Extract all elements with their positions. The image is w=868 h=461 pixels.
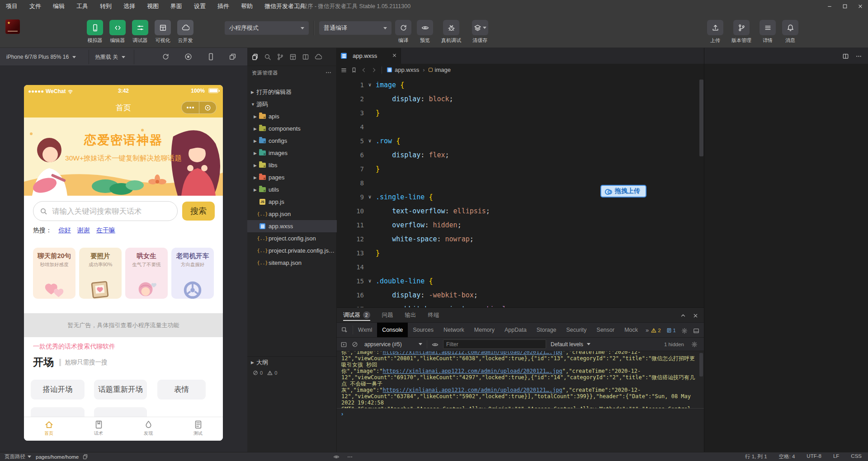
exit-target-icon[interactable]	[199, 102, 217, 113]
multi-window-icon[interactable]	[229, 53, 236, 61]
more-actions-icon[interactable]	[855, 52, 862, 59]
device-frame-icon[interactable]	[207, 53, 215, 61]
toolbar-button-可视化[interactable]: 可视化	[155, 20, 171, 44]
status-item-0[interactable]: 行 1, 列 1	[745, 453, 767, 460]
fold-chevron-icon[interactable]: ∨	[364, 82, 376, 88]
close-icon[interactable]	[693, 311, 698, 318]
tree-item-project.private.config.js…[interactable]: {..}project.private.config.js…	[247, 245, 337, 257]
menu-item-5[interactable]: 选择	[118, 0, 141, 13]
menu-item-2[interactable]: 编辑	[47, 0, 71, 13]
bookmark-icon[interactable]	[351, 66, 357, 74]
copyfiles-icon[interactable]	[251, 53, 259, 61]
status-item-4[interactable]: CSS	[851, 453, 862, 460]
devtools-tab-Console[interactable]: Console	[377, 323, 408, 337]
outline-section[interactable]: ▶ 大纲	[247, 356, 337, 368]
devtools-tab-Sources[interactable]: Sources	[408, 323, 439, 337]
tree-item-libs[interactable]: ▶libs	[247, 159, 337, 171]
fold-chevron-icon[interactable]: ∨	[364, 278, 376, 284]
more-icon[interactable]	[325, 69, 332, 76]
toolbar-button-调试器[interactable]: 调试器	[132, 20, 148, 44]
search-input[interactable]	[52, 207, 171, 216]
context-select[interactable]: appservice (#5)	[364, 341, 422, 348]
more-icon[interactable]	[182, 102, 199, 113]
eval-context-icon[interactable]	[340, 340, 347, 348]
tree-item-app.js[interactable]: JSapp.js	[247, 196, 337, 208]
chip-0[interactable]: 搭讪开场	[31, 380, 85, 400]
category-card-2[interactable]: 哄女生生气了不要慌	[125, 248, 168, 299]
breadcrumb-file[interactable]: app.wxss	[387, 66, 419, 73]
console-scrollbar[interactable]	[699, 353, 703, 376]
compile-select[interactable]: 普通编译	[319, 21, 392, 35]
log-levels-select[interactable]: Default levels	[551, 341, 590, 348]
breadcrumb-symbol[interactable]: image	[429, 66, 451, 73]
tree-item-pages[interactable]: ▶pages	[247, 171, 337, 183]
panel-tab-调试器[interactable]: 调试器2	[343, 308, 370, 322]
menu-item-10[interactable]: 帮助	[235, 0, 259, 13]
cloud-icon[interactable]	[315, 53, 322, 61]
preview-eye-icon[interactable]	[333, 454, 340, 460]
hot-search-link-1[interactable]: 谢谢	[77, 226, 90, 235]
chip-1[interactable]: 话题重新开场	[94, 380, 147, 400]
toolbar-button-详情[interactable]: 详情	[759, 20, 777, 44]
category-card-3[interactable]: 老司机开车方向盘握好	[171, 248, 214, 299]
toolbar-button-版本管理[interactable]: 版本管理	[729, 20, 754, 44]
devtools-tab-Memory[interactable]: Memory	[469, 323, 500, 337]
devtools-tab-Mock[interactable]: Mock	[619, 323, 643, 337]
toolbar-button-云开发[interactable]: 云开发	[177, 20, 193, 44]
phone-tab-话术[interactable]: 话术	[74, 417, 123, 441]
tree-item-project.config.json[interactable]: {..}project.config.json	[247, 232, 337, 245]
menu-item-8[interactable]: 设置	[188, 0, 212, 13]
restart-icon[interactable]	[162, 53, 170, 61]
panel-tab-输出[interactable]: 输出	[405, 308, 416, 322]
collapse-icon[interactable]	[680, 311, 686, 319]
drag-upload-button[interactable]: 拖拽上传	[600, 185, 646, 198]
toolbar-button-真机调试[interactable]: 真机调试	[438, 20, 465, 44]
fold-chevron-icon[interactable]: ∨	[364, 194, 376, 200]
grid-icon[interactable]	[289, 53, 297, 61]
console-settings-icon[interactable]	[691, 341, 698, 348]
promo-link[interactable]: 一款优秀的话术搜索代聊软件	[33, 343, 115, 351]
warning-count[interactable]: 2	[651, 328, 660, 334]
close-icon[interactable]	[392, 52, 397, 59]
devtools-tab-Sensor[interactable]: Sensor	[592, 323, 620, 337]
menu-item-3[interactable]: 工具	[71, 0, 94, 13]
banner[interactable]: 恋爱密语神器 30W+撩妹话术一键复制解决尬聊话题	[24, 118, 223, 196]
status-item-3[interactable]: LF	[833, 453, 839, 460]
overflow-tabs-icon[interactable]: »	[643, 327, 651, 334]
toolbar-button-消息[interactable]: 消息	[781, 20, 799, 44]
console-output[interactable]: 你","image":"https://xinlianai.app1212.co…	[337, 351, 698, 408]
menu-item-9[interactable]: 插件	[212, 0, 235, 13]
toolbar-button-预览[interactable]: 预览	[416, 20, 434, 44]
devtools-tab-Storage[interactable]: Storage	[532, 323, 561, 337]
tree-item-utils[interactable]: ▶utils	[247, 183, 337, 196]
status-item-2[interactable]: UTF-8	[807, 453, 821, 460]
hot-reload-toggle[interactable]: 热重载 关	[95, 48, 125, 66]
devtools-tab-Security[interactable]: Security	[561, 323, 591, 337]
devtools-settings-icon[interactable]	[681, 327, 688, 334]
clear-console-icon[interactable]	[352, 341, 358, 348]
editor-scrollbar[interactable]	[699, 80, 703, 156]
toolbar-button-编译[interactable]: 编译	[394, 20, 412, 44]
devtools-tab-Wxml[interactable]: Wxml	[353, 323, 377, 337]
toolbar-button-清缓存[interactable]: 清缓存	[468, 20, 492, 44]
toolbar-button-上传[interactable]: 上传	[706, 20, 724, 44]
search-icon[interactable]	[264, 53, 271, 61]
phone-tab-发现[interactable]: 发现	[123, 417, 173, 441]
devtools-tab-AppData[interactable]: AppData	[500, 323, 532, 337]
minimize-button[interactable]	[822, 0, 837, 13]
problems-indicator[interactable]: 0 0	[253, 370, 277, 376]
tree-item-apis[interactable]: ▶apis	[247, 110, 337, 122]
toolbar-button-编辑器[interactable]: 编辑器	[109, 20, 126, 44]
hot-search-link-0[interactable]: 你好	[58, 226, 71, 235]
tree-section-源码[interactable]: ▼源码	[247, 98, 337, 110]
code-editor[interactable]: 1∨image {2 display: block;3}45∨.row {6 d…	[337, 78, 704, 339]
menu-item-0[interactable]: 项目	[0, 0, 24, 13]
tree-item-app.json[interactable]: {..}app.json	[247, 208, 337, 220]
info-count[interactable]: 1	[666, 328, 676, 334]
maximize-button[interactable]	[837, 0, 853, 13]
panel-tab-终端[interactable]: 终端	[428, 308, 439, 322]
chip-2[interactable]: 表情	[157, 380, 206, 400]
device-select[interactable]: iPhone 6/7/8 Plus 85% 16	[6, 48, 76, 66]
console-link[interactable]: https://xinlianai.app1212.com/admin/uplo…	[382, 368, 562, 374]
branch-icon[interactable]	[277, 53, 284, 61]
